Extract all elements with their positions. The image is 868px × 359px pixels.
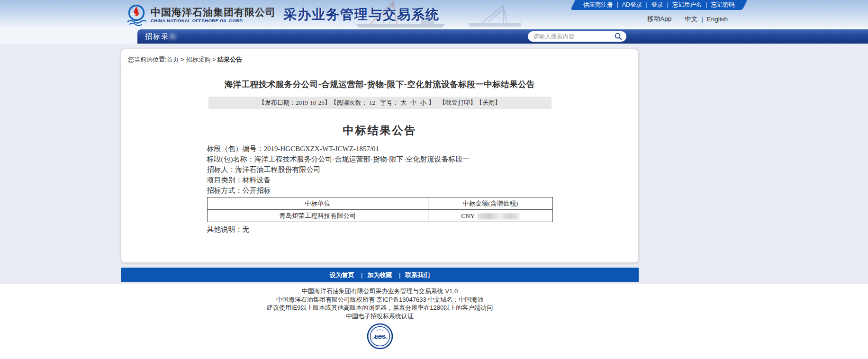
bracket-close: 】 <box>428 99 434 106</box>
font-size-large-link[interactable]: 大 <box>400 99 407 106</box>
logo-ring-text: OOC <box>130 12 136 15</box>
font-size-medium-link[interactable]: 中 <box>410 99 416 106</box>
ad-login-link[interactable]: AD登录 <box>613 1 642 9</box>
field-tenderer: 招标人：海洋石油工程股份有限公司 <box>207 164 553 175</box>
announcement-body: 中标结果公告 标段（包）编号：2019-HGCBGXZX-WT-JCWZ-185… <box>207 123 553 234</box>
col-header-winner: 中标单位 <box>207 197 428 210</box>
nav-row: 招标采购 <box>0 29 868 44</box>
site-footer: 中国海洋石油集团有限公司采办业务管理与交易系统 V1.0 中国海洋石油集团有限公… <box>0 284 868 351</box>
font-size-small-link[interactable]: 小 <box>420 99 426 106</box>
breadcrumb-current: 结果公告 <box>210 56 242 63</box>
award-table-row: 青岛炬荣工程科技有限公司 CNY <box>207 210 552 222</box>
content-card: 您当前的位置:首页招标采购结果公告 海洋工程技术服务分公司-合规运营部-货物-限… <box>121 49 639 263</box>
font-size-label: 字号： <box>380 99 398 106</box>
announcement-page-title: 海洋工程技术服务分公司-合规运营部-货物-限下-空化射流设备标段一中标结果公告 <box>121 79 638 90</box>
breadcrumb-section-link[interactable]: 招标采购 <box>179 56 211 63</box>
field-project-category: 项目类别：材料设备 <box>207 175 553 185</box>
ebs-badge-text: EBS <box>374 334 385 340</box>
field-package-number: 标段（包）编号：2019-HGCBGXZX-WT-JCWZ-1857/01 <box>207 144 553 154</box>
account-links-ribbon: 供应商注册 AD登录 登录 忘记用户名 忘记密码 <box>570 0 748 10</box>
read-count: 【阅读次数： 12 <box>331 99 375 106</box>
forgot-username-link[interactable]: 忘记用户名 <box>663 1 702 9</box>
breadcrumb: 您当前的位置:首页招标采购结果公告 <box>121 49 638 69</box>
nav-item-bidding-procurement[interactable]: 招标采购 <box>145 32 177 41</box>
logo-text-cn: 中国海洋石油集团有限公司 <box>151 7 276 18</box>
forgot-password-link[interactable]: 忘记密码 <box>702 1 734 9</box>
cnooc-logo-icon: OOC <box>126 3 147 26</box>
search-icon[interactable] <box>615 33 622 40</box>
contact-us-link[interactable]: 联系我们 <box>394 271 430 278</box>
set-homepage-link[interactable]: 设为首页 <box>330 271 354 278</box>
footer-line-browser-advice: 建议使用IE9以上版本或其他高版本的浏览器，屏幕分辨率在1280以上的客户端访问 <box>121 305 639 311</box>
footer-line-system: 中国海洋石油集团有限公司采办业务管理与交易系统 V1.0 <box>121 288 639 294</box>
brand-block: OOC 中国海洋石油集团有限公司 CHINA NATIONAL OFFSHORE… <box>126 3 440 26</box>
search-input[interactable] <box>532 33 615 40</box>
supplier-register-link[interactable]: 供应商注册 <box>583 1 613 9</box>
col-header-amount: 中标金额(含增值税) <box>428 197 552 210</box>
award-amount: CNY <box>428 210 552 222</box>
footer-links-bar: 设为首页 加为收藏 联系我们 <box>121 268 639 282</box>
nav-item-label-blurred: 购 <box>169 32 177 40</box>
field-other-notes: 其他说明：无 <box>207 224 553 234</box>
footer-line-copyright: 中国海洋石油集团有限公司版权所有 京ICP备13047633 中文域名：中国海油 <box>121 296 639 303</box>
lang-chinese-link[interactable]: 中文 <box>685 15 697 23</box>
mobile-app-link[interactable]: 移动App <box>647 15 671 23</box>
content-band: 您当前的位置:首页招标采购结果公告 海洋工程技术服务分公司-合规运营部-货物-限… <box>0 44 868 284</box>
language-row: 移动App 中文 English <box>647 15 728 23</box>
system-title: 采办业务管理与交易系统 <box>283 6 440 24</box>
award-table-header-row: 中标单位 中标金额(含增值税) <box>207 197 552 210</box>
close-link[interactable]: 【关闭】 <box>476 99 501 106</box>
logo-text-en: CHINA NATIONAL OFFSHORE OIL CORP. <box>151 18 276 23</box>
publish-date: 【发布日期：2019-10-25】 <box>259 99 331 106</box>
breadcrumb-home-link[interactable]: 首页 <box>167 56 179 63</box>
ebs-certification-badge[interactable]: EBS <box>367 323 393 350</box>
site-header: 供应商注册 AD登录 登录 忘记用户名 忘记密码 移动App 中文 Englis… <box>0 0 868 29</box>
lang-english-link[interactable]: English <box>697 16 728 23</box>
doc-title: 中标结果公告 <box>207 123 553 138</box>
meta-bar: 【发布日期：2019-10-25】【阅读次数： 12字号：大中小】【我要打印】【… <box>208 97 552 109</box>
login-link[interactable]: 登录 <box>642 1 663 9</box>
footer-line-certification: 中国电子招投标系统认证 <box>121 313 639 319</box>
award-table: 中标单位 中标金额(含增值税) 青岛炬荣工程科技有限公司 CNY <box>207 197 553 222</box>
redacted-amount-blur <box>478 213 519 219</box>
breadcrumb-prefix: 您当前的位置: <box>128 56 167 63</box>
winner-name: 青岛炬荣工程科技有限公司 <box>207 210 428 222</box>
add-favorite-link[interactable]: 加为收藏 <box>356 271 392 278</box>
print-link[interactable]: 【我要打印】 <box>439 99 476 106</box>
nav-item-label: 招标采 <box>145 32 169 40</box>
field-package-name: 标段(包)名称：海洋工程技术服务分公司-合规运营部-货物-限下-空化射流设备标段… <box>207 154 553 164</box>
field-bidding-method: 招标方式：公开招标 <box>207 185 553 196</box>
main-nav: 招标采购 <box>137 29 868 44</box>
search-box[interactable] <box>528 31 626 42</box>
